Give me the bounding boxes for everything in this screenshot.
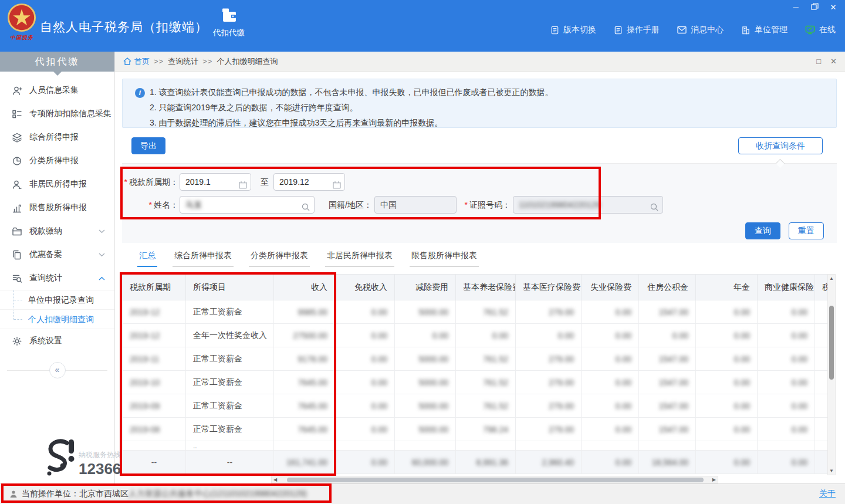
scroll-left-icon[interactable]: ◀ <box>273 476 277 483</box>
breadcrumb-home[interactable]: 首页 <box>123 56 150 67</box>
table-row[interactable]: 2019-12全年一次性奖金收入27500.000.000.000.000.00… <box>123 324 828 347</box>
app-title: 自然人电子税务局（扣缴端） <box>40 19 208 35</box>
notice-line: 1. 该查询统计表仅能查询已申报成功的数据，不包含未申报、申报失败，已申报但已作… <box>150 84 827 100</box>
column-header-7: 失业保险费 <box>582 275 639 300</box>
sidebar-item-8[interactable]: 查询统计 <box>0 266 114 290</box>
sidebar-item-7[interactable]: 优惠备案 <box>0 243 114 266</box>
table-row[interactable]: 2019-09正常工资薪金7645.000.005000.00761.52279… <box>123 394 828 418</box>
hotline-12366-icon <box>45 438 76 478</box>
id-number-value: 110102199804220129 <box>519 200 600 209</box>
search-icon[interactable] <box>650 201 659 217</box>
sidebar-header: 代扣代缴 <box>0 52 114 72</box>
sidebar-collapse-button[interactable]: « <box>49 362 66 378</box>
sidebar-item-5[interactable]: 限售股所得申报 <box>0 196 114 219</box>
sidebar-item-0[interactable]: 人员信息采集 <box>0 79 114 102</box>
column-header-10: 商业健康保险 <box>758 275 815 300</box>
sidebar-item-1[interactable]: 专项附加扣除信息采集 <box>0 102 114 126</box>
current-unit-label: 当前操作单位： <box>22 489 79 499</box>
header-menu-item-0[interactable]: 版本切换 <box>550 25 596 35</box>
notice-box: i 1. 该查询统计表仅能查询已申报成功的数据，不包含未申报、申报失败，已申报但… <box>122 79 837 128</box>
tab-2[interactable]: 分类所得申报表 <box>249 251 310 267</box>
column-header-4: 减除费用 <box>395 275 456 300</box>
sidebar-item-9[interactable]: 系统设置 <box>0 329 114 353</box>
minimize-icon[interactable]: ─ <box>791 3 800 12</box>
folder-icon <box>12 226 23 236</box>
table-row[interactable]: 2019-10正常工资薪金7645.000.005000.00761.52279… <box>123 371 828 394</box>
sidebar-item-2[interactable]: 综合所得申报 <box>0 126 114 149</box>
name-value: 马某 <box>185 200 202 209</box>
scroll-up-icon[interactable]: ▲ <box>828 276 835 281</box>
export-button[interactable]: 导出 <box>131 137 165 154</box>
search-button[interactable]: 查询 <box>745 222 780 239</box>
calendar-icon[interactable] <box>333 178 341 194</box>
sidebar-item-4[interactable]: 非居民所得申报 <box>0 172 114 196</box>
vertical-scroll-thumb[interactable] <box>829 306 834 380</box>
breadcrumb-separator: >> <box>154 57 164 66</box>
name-input[interactable]: 马某 <box>180 196 315 214</box>
tab-4[interactable]: 限售股所得申报表 <box>410 251 479 267</box>
person-icon <box>12 179 23 190</box>
online-icon <box>805 25 815 35</box>
scroll-right-icon[interactable]: ▶ <box>712 476 716 483</box>
pie-chart-icon <box>12 155 23 166</box>
table-row[interactable]: 2019-08正常工资薪金7645.000.005000.00798.24279… <box>123 418 828 441</box>
sidebar-subitem-8-0[interactable]: 单位申报记录查询 <box>0 290 114 310</box>
notice-line: 2. 只能查询2019年及之后的数据，不能进行跨年度查询。 <box>150 100 827 115</box>
period-to-input[interactable]: 2019.12 <box>273 173 345 191</box>
tab-0[interactable]: 汇总 <box>137 251 157 267</box>
panel-close-icon[interactable]: ✕ <box>830 57 837 66</box>
table-header-row: 税款所属期所得项目收入免税收入减除费用基本养老保险费基本医疗保险费失业保险费住房… <box>123 275 828 300</box>
breadcrumb-item[interactable]: 个人扣缴明细查询 <box>217 57 278 66</box>
reset-button[interactable]: 重置 <box>789 222 824 239</box>
module-nav-daikoudaijiao[interactable]: 代扣代缴 <box>207 7 251 38</box>
home-icon <box>123 57 131 65</box>
bar-chart-icon <box>12 202 23 213</box>
header-menu-item-1[interactable]: 操作手册 <box>614 25 660 35</box>
document-icon <box>614 26 623 35</box>
id-number-label: 证照号码： <box>460 196 511 214</box>
hotline-caption: 纳税服务热线 <box>79 450 121 460</box>
person-add-icon <box>12 85 23 96</box>
info-icon: i <box>135 88 145 98</box>
nationality-label: 国籍/地区： <box>322 196 372 214</box>
module-nav-label: 代扣代缴 <box>207 28 251 38</box>
about-link[interactable]: 关于 <box>819 489 836 499</box>
restore-icon[interactable] <box>810 3 819 12</box>
calendar-icon[interactable] <box>239 178 247 194</box>
header-menu-item-2[interactable]: 消息中心 <box>677 25 724 35</box>
period-from-input[interactable]: 2019.1 <box>180 173 251 191</box>
table-row[interactable]: 2019-12正常工资薪金9985.000.005000.00761.52279… <box>123 300 828 324</box>
breadcrumb-separator: >> <box>202 57 212 66</box>
breadcrumb-item[interactable]: 查询统计 <box>168 57 198 66</box>
breadcrumb: 首页 >>查询统计>>个人扣缴明细查询 □ ✕ <box>115 52 845 72</box>
hotline-number: 12366 <box>79 460 121 478</box>
sidebar-menu: 人员信息采集 专项附加扣除信息采集 综合所得申报 分类所得申报 非居民所得申报 … <box>0 72 114 353</box>
search-icon[interactable] <box>301 201 310 217</box>
scroll-down-icon[interactable]: ▼ <box>828 468 835 473</box>
horizontal-scrollbar[interactable]: ◀ ▶ <box>271 476 718 483</box>
tab-1[interactable]: 综合所得申报表 <box>173 251 234 267</box>
window-controls: ─ ✕ <box>791 3 838 12</box>
column-header-6: 基本医疗保险费 <box>516 275 582 300</box>
vertical-scrollbar[interactable]: ▲ ▼ <box>827 274 836 475</box>
header-menu-item-3[interactable]: 单位管理 <box>741 25 787 35</box>
sidebar-item-6[interactable]: 税款缴纳 <box>0 219 114 243</box>
close-icon[interactable]: ✕ <box>829 3 838 12</box>
document-icon <box>550 26 559 35</box>
horizontal-scroll-thumb[interactable] <box>287 478 704 482</box>
id-number-input[interactable]: 110102199804220129 <box>513 196 663 214</box>
panel-maximize-icon[interactable]: □ <box>816 57 821 66</box>
sidebar-submenu: 单位申报记录查询个人扣缴明细查询 <box>0 290 114 329</box>
header-menu-item-4[interactable]: 在线 <box>805 25 836 35</box>
table-row-partial[interactable]: .. <box>123 441 828 451</box>
form-list-icon <box>12 109 23 119</box>
sidebar-subitem-8-1[interactable]: 个人扣缴明细查询 <box>0 310 114 329</box>
tab-3[interactable]: 非居民所得申报表 <box>325 251 394 267</box>
table-row[interactable]: 2019-11正常工资薪金9178.000.005000.00761.52279… <box>123 347 828 371</box>
toggle-query-conditions-button[interactable]: 收折查询条件 <box>738 137 823 154</box>
main-panel: 首页 >>查询统计>>个人扣缴明细查询 □ ✕ i 1. 该查询统计表仅能查询已… <box>115 52 845 483</box>
table-row-total[interactable]: ----161,741.000.0060,000.008,991.362,960… <box>123 451 828 474</box>
tax-emblem-logo: 中国税务 <box>6 3 38 42</box>
chevron-down-icon <box>99 253 105 257</box>
sidebar-item-3[interactable]: 分类所得申报 <box>0 149 114 172</box>
